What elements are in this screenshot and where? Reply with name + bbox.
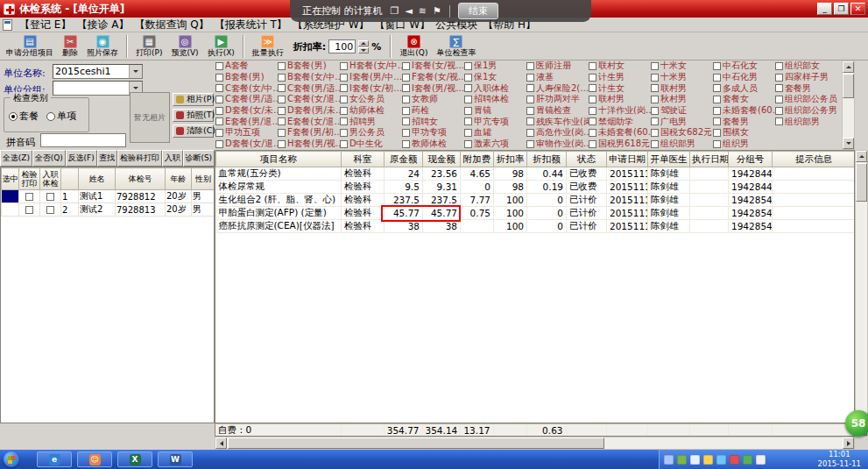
checkbox-icon[interactable] — [340, 62, 348, 70]
checkbox-icon[interactable] — [215, 96, 223, 103]
checkbox-icon[interactable] — [464, 74, 472, 82]
checkbox-icon[interactable] — [589, 62, 596, 70]
package-option[interactable]: 计生女 — [589, 82, 651, 94]
package-scrollbar[interactable] — [842, 60, 855, 150]
checkbox-icon[interactable] — [775, 62, 783, 70]
toolbar-button[interactable]: ▦打印(P) — [131, 33, 166, 59]
tray-scanner-icon[interactable] — [677, 455, 687, 465]
checkbox-icon[interactable] — [402, 96, 410, 103]
package-option[interactable]: 保1男 — [464, 60, 526, 72]
selected-marker-cell[interactable] — [2, 203, 19, 217]
toolbar-button[interactable]: ▶执行(X) — [203, 33, 239, 59]
package-option[interactable]: 未婚套餐(60… — [713, 105, 775, 117]
package-option[interactable]: 组织部公务男 — [775, 105, 837, 117]
filter-button[interactable]: 查找 — [97, 150, 118, 167]
package-option[interactable]: B套餐(男) — [215, 72, 278, 83]
package-option[interactable]: C套餐(男/适… — [278, 82, 340, 94]
spinner-up-icon[interactable] — [358, 40, 369, 46]
checkbox-icon[interactable] — [526, 140, 534, 148]
checkbox-icon[interactable] — [651, 74, 659, 82]
package-option[interactable]: 多成人员 — [713, 82, 775, 94]
toolbar-button[interactable]: ◎预览(V) — [166, 33, 202, 59]
unit-name-combo[interactable]: 2015ceshi1 — [53, 64, 143, 79]
checkbox-icon[interactable] — [340, 96, 348, 103]
checkbox-icon[interactable] — [651, 62, 659, 70]
package-option[interactable]: I套餐(男/视… — [402, 82, 464, 94]
taskbar-app-button[interactable]: X — [117, 451, 152, 467]
package-option[interactable]: 未婚套餐(60… — [589, 127, 651, 139]
package-option[interactable]: 入职体检 — [464, 82, 526, 94]
checkbox-icon[interactable] — [25, 193, 33, 201]
checkbox-icon[interactable] — [464, 140, 472, 148]
package-option[interactable]: 教师体检 — [402, 139, 464, 150]
checkbox-icon[interactable] — [25, 206, 33, 214]
toolbar-button[interactable]: ◉照片保存 — [82, 33, 123, 59]
minimize-button[interactable]: _ — [817, 3, 832, 15]
checkbox-icon[interactable] — [402, 129, 410, 137]
checkbox-icon[interactable] — [464, 62, 472, 70]
checkbox-icon[interactable] — [651, 140, 659, 148]
package-option[interactable]: E套餐(女/退… — [278, 116, 340, 127]
checkbox-icon[interactable] — [713, 107, 721, 115]
photo-button[interactable]: 清除(C) — [173, 124, 214, 138]
package-option[interactable]: 十米女 — [651, 60, 713, 72]
tray-antivirus-icon[interactable] — [703, 455, 713, 465]
package-option[interactable]: 联村男 — [651, 82, 713, 94]
checkbox-icon[interactable] — [278, 117, 286, 125]
package-option[interactable]: 组织部男 — [651, 139, 713, 150]
checkbox-icon[interactable] — [713, 96, 721, 103]
package-option[interactable]: I套餐(男/中… — [340, 72, 402, 83]
package-option[interactable]: 女公务员 — [340, 94, 402, 105]
package-option[interactable]: C套餐(女/中… — [215, 82, 278, 94]
checkbox-icon[interactable] — [215, 129, 223, 137]
package-option[interactable]: 驾驶证 — [651, 105, 713, 117]
onboard-checkbox-cell[interactable] — [40, 203, 61, 217]
checkbox-icon[interactable] — [340, 140, 348, 148]
checkbox-icon[interactable] — [526, 117, 534, 125]
checkbox-icon[interactable] — [526, 107, 534, 115]
screen-icon[interactable]: ❐ — [391, 6, 399, 16]
checkbox-icon[interactable] — [340, 74, 348, 82]
checkbox-icon[interactable] — [340, 107, 348, 115]
package-option[interactable]: 四家样子男 — [775, 72, 837, 83]
checkbox-icon[interactable] — [775, 107, 783, 115]
package-option[interactable]: E套餐(男/退… — [215, 116, 278, 127]
package-option[interactable]: 审物作业(岗… — [526, 139, 589, 150]
speaker-icon[interactable]: ◄ — [405, 6, 412, 16]
package-option[interactable]: D套餐(女/退… — [215, 139, 278, 150]
package-option[interactable]: 男公务员 — [340, 127, 402, 139]
checkbox-icon[interactable] — [526, 74, 534, 82]
tray-volume-icon[interactable] — [690, 455, 700, 465]
package-option[interactable]: 甲功专项 — [402, 127, 464, 139]
checkbox-icon[interactable] — [526, 84, 534, 92]
radio-single[interactable]: 单项 — [46, 110, 76, 123]
checkbox-icon[interactable] — [278, 62, 286, 70]
checkbox-icon[interactable] — [713, 62, 721, 70]
package-option[interactable]: 招聘女 — [402, 116, 464, 127]
scroll-up-icon[interactable] — [843, 61, 854, 73]
package-option[interactable]: B套餐(男) — [278, 60, 340, 72]
package-option[interactable]: F套餐(女/视… — [402, 72, 464, 83]
onboard-checkbox-cell[interactable] — [40, 190, 61, 203]
package-option[interactable]: 禁烟助学 — [589, 116, 651, 127]
package-option[interactable]: 联村女 — [589, 60, 651, 72]
toolbar-button[interactable]: ✂删除 — [58, 33, 82, 59]
package-option[interactable]: 套餐男 — [713, 116, 775, 127]
package-option[interactable]: 中石化男 — [713, 72, 775, 83]
checkbox-icon[interactable] — [651, 84, 659, 92]
package-option[interactable]: 国税男618元 — [589, 139, 651, 150]
tray-network-icon[interactable] — [716, 455, 726, 465]
scroll-up-icon[interactable] — [856, 151, 867, 162]
package-option[interactable]: 联村男 — [589, 94, 651, 105]
discount-rate-input[interactable] — [328, 39, 356, 53]
lab-print-checkbox-cell[interactable] — [19, 190, 40, 203]
tray-message-icon[interactable] — [730, 455, 739, 465]
table-vertical-scrollbar[interactable] — [855, 150, 868, 437]
package-option[interactable]: 中石化女 — [713, 60, 775, 72]
package-option[interactable]: D中生化 — [340, 139, 402, 150]
exam-item-row[interactable]: 甲胎蛋白测定(AFP) (定量) 检验科 45.77 45.77 0.75 10… — [216, 207, 856, 220]
package-option[interactable]: 胃镜 — [464, 105, 526, 117]
package-option[interactable]: 残疾车作业(岗… — [526, 116, 589, 127]
package-option[interactable]: 套餐女 — [713, 94, 775, 105]
package-option[interactable]: C套餐(男/适… — [215, 94, 278, 105]
